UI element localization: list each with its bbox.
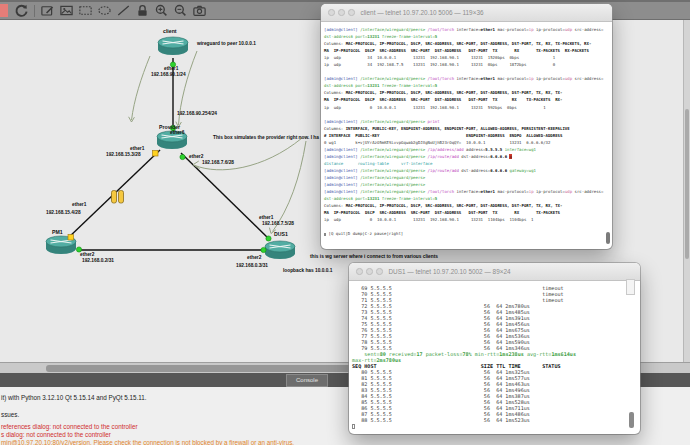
terminal2-titlebar[interactable]: DUS1 — telnet 10.97.20.10 5002 — 89×24 (349, 263, 640, 281)
zoom-button[interactable] (376, 268, 383, 275)
router-client[interactable] (158, 37, 188, 55)
zoom-in-icon[interactable] (153, 3, 170, 19)
note-wg-server[interactable]: this is wg server where i connect to fro… (310, 254, 438, 259)
node-label-dus1[interactable]: DUS1 (274, 231, 288, 237)
packet-capture-icon[interactable] (112, 191, 124, 204)
ip-label: 192.168.90.1/24 (151, 72, 186, 77)
terminal1-title: client — telnet 10.97.20.10 5006 — 119×3… (361, 9, 484, 16)
console-line: references dialog: not connected to the … (1, 423, 138, 430)
port-label: ether1 (259, 215, 273, 220)
minimize-button[interactable] (366, 268, 373, 275)
port-label: ether1 (164, 66, 178, 71)
close-button[interactable] (356, 268, 363, 275)
toolbar-separator (34, 5, 35, 17)
link-status-markers (68, 62, 271, 253)
port-label: ether2 (80, 252, 94, 257)
console-line: s dialog: not connected to the controlle… (1, 431, 111, 438)
add-note-icon[interactable] (39, 3, 56, 19)
terminal-window-dus1[interactable]: DUS1 — telnet 10.97.20.10 5002 — 89×24 6… (349, 263, 640, 434)
port-label: ether1 (72, 202, 86, 207)
console-line: min@10.97.20.10:80/v2/version. Please ch… (1, 439, 294, 445)
ip-label: 192.168.90.254/24 (177, 111, 217, 116)
terminal2-scroll-thumb[interactable] (629, 412, 634, 428)
terminal1-content[interactable]: [admin@client] /interface/wireguard/peer… (321, 22, 612, 237)
minimize-button[interactable] (338, 9, 345, 16)
lock-icon[interactable] (134, 3, 151, 19)
ip-label: 192.168.0.2/31 (82, 258, 114, 263)
zoom-button[interactable] (348, 9, 355, 16)
console-line: ssues. (1, 411, 19, 418)
ip-label: 192.168.0.3/31 (236, 263, 268, 268)
note-wireguard-peer[interactable]: wireguard to peer 10.0.0.1 (197, 41, 256, 46)
node-label-pm1[interactable]: PM1 (52, 229, 63, 235)
port-label: ether6 (170, 130, 184, 135)
note-loopback[interactable]: loopback has 10.0.0.1 (283, 268, 332, 273)
vscroll-thumb[interactable] (685, 109, 689, 259)
screenshot-icon[interactable] (191, 3, 208, 19)
terminal2-content[interactable]: 69 5.5.5.5 timeout 70 5.5.5.5 timeout 71… (349, 281, 640, 429)
console-line: it) with Python 3.12.10 Qt 5.15.14 and P… (1, 394, 147, 401)
draw-rectangle-icon[interactable] (77, 3, 94, 19)
node-label-client[interactable]: client (163, 28, 177, 34)
terminal2-title: DUS1 — telnet 10.97.20.10 5002 — 89×24 (389, 268, 511, 275)
draw-ellipse-icon[interactable] (96, 3, 113, 19)
partial-toolbar-icon[interactable] (0, 4, 8, 17)
ip-label: 192.168.15.4/28 (46, 210, 81, 215)
terminal1-titlebar[interactable]: client — telnet 10.97.20.10 5006 — 119×3… (321, 4, 612, 22)
ip-label: 192.168.7.5/28 (262, 221, 294, 226)
router-dus1[interactable] (265, 241, 295, 259)
port-label: ether2 (189, 154, 203, 159)
terminal2-scroll-box[interactable] (626, 279, 635, 295)
port-label: ether2 (247, 255, 261, 260)
reload-icon[interactable] (13, 3, 30, 19)
window-top-edge (0, 0, 690, 2)
annotation-arrows (129, 51, 306, 234)
insert-image-icon[interactable] (58, 3, 75, 19)
tab-console[interactable]: Console (286, 374, 328, 387)
terminal-window-client[interactable]: client — telnet 10.97.20.10 5006 — 119×3… (321, 4, 612, 249)
terminal1-scroll-thumb[interactable] (606, 232, 610, 244)
close-button[interactable] (328, 9, 335, 16)
note-provider[interactable]: This box simulates the provider right no… (213, 135, 319, 140)
zoom-out-icon[interactable] (172, 3, 189, 19)
port-label: ether1 (130, 146, 144, 151)
ip-label: 192.168.15.3/28 (106, 152, 141, 157)
canvas-vscrollbar[interactable] (683, 19, 690, 362)
ip-label: 192.168.7.6/28 (202, 160, 234, 165)
draw-line-icon[interactable] (115, 3, 132, 19)
